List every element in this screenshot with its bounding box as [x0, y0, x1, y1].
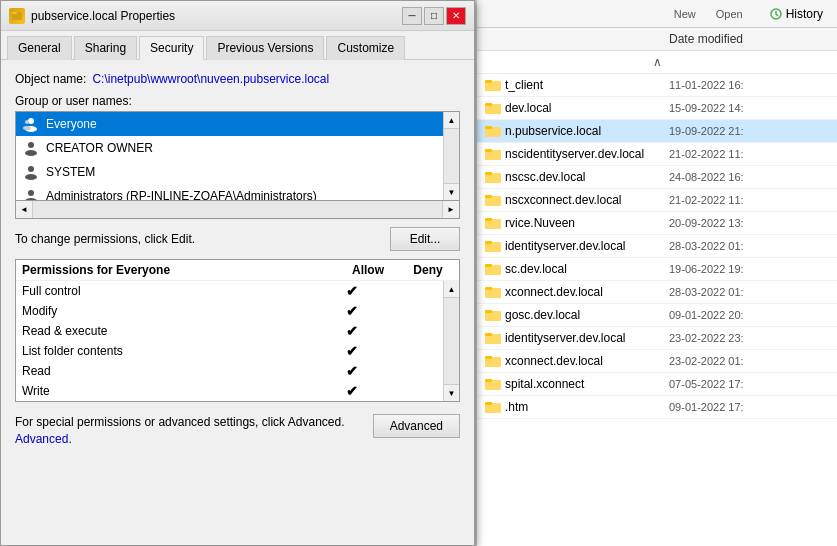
tab-customize[interactable]: Customize — [326, 36, 405, 60]
perm-name-read-execute: Read & execute — [22, 324, 317, 338]
advanced-section: For special permissions or advanced sett… — [15, 414, 460, 448]
advanced-button[interactable]: Advanced — [373, 414, 460, 438]
advanced-link[interactable]: Advanced — [15, 432, 68, 446]
folder-icon-3 — [485, 146, 501, 162]
horizontal-scrollbar[interactable]: ◄ ► — [15, 201, 460, 219]
permissions-section: Permissions for Everyone Allow Deny Full… — [15, 259, 460, 402]
perm-full-control: Full control ✔ — [16, 281, 443, 301]
folder-icon-13 — [485, 376, 501, 392]
user-item-everyone[interactable]: Everyone — [16, 112, 443, 136]
perm-name-write: Write — [22, 384, 317, 398]
folder-icon-14 — [485, 399, 501, 415]
minimize-button[interactable]: ─ — [402, 7, 422, 25]
svg-point-10 — [28, 190, 34, 196]
user-item-system[interactable]: SYSTEM — [16, 160, 443, 184]
file-name-7: identityserver.dev.local — [505, 239, 669, 253]
perm-name-list-folder: List folder contents — [22, 344, 317, 358]
file-row-11[interactable]: identityserver.dev.local 23-02-2022 23: — [477, 327, 837, 350]
file-row-8[interactable]: sc.dev.local 19-06-2022 19: — [477, 258, 837, 281]
svg-point-9 — [25, 174, 37, 180]
user-name-system: SYSTEM — [46, 165, 95, 179]
properties-dialog: pubservice.local Properties ─ □ ✕ Genera… — [0, 0, 475, 546]
edit-row: To change permissions, click Edit. Edit.… — [15, 227, 460, 251]
navigate-up-button[interactable]: ∧ — [477, 51, 837, 74]
file-date-1: 15-09-2022 14: — [669, 102, 829, 114]
perm-rows: Full control ✔ Modify ✔ Read & execute ✔ — [16, 281, 443, 401]
perm-allow-modify: ✔ — [317, 303, 387, 319]
folder-icon-4 — [485, 169, 501, 185]
window-title: pubservice.local Properties — [31, 9, 175, 23]
svg-rect-34 — [485, 310, 492, 313]
perm-scroll-track[interactable] — [444, 297, 459, 385]
file-date-7: 28-03-2022 01: — [669, 240, 829, 252]
security-tab-content: Object name: C:\inetpub\wwwroot\nuveen.p… — [1, 60, 474, 545]
perm-scroll-down[interactable]: ▼ — [444, 385, 460, 401]
user-item-creator[interactable]: CREATOR OWNER — [16, 136, 443, 160]
file-name-3: nscidentityserver.dev.local — [505, 147, 669, 161]
file-name-12: xconnect.dev.local — [505, 354, 669, 368]
edit-button[interactable]: Edit... — [390, 227, 460, 251]
advanced-note: For special permissions or advanced sett… — [15, 414, 373, 448]
file-row-14[interactable]: .htm 09-01-2022 17: — [477, 396, 837, 419]
perm-scrollbar[interactable]: ▲ ▼ — [443, 281, 459, 401]
user-icon-admins — [22, 187, 40, 200]
title-controls: ─ □ ✕ — [402, 7, 466, 25]
file-date-4: 24-08-2022 16: — [669, 171, 829, 183]
perm-name-full-control: Full control — [22, 284, 317, 298]
file-name-6: rvice.Nuveen — [505, 216, 669, 230]
user-item-admins[interactable]: Administrators (RP-INLINE-ZOAFA\Administ… — [16, 184, 443, 200]
toolbar-new-label: New — [674, 8, 696, 20]
perm-modify: Modify ✔ — [16, 301, 443, 321]
file-row-5[interactable]: nscxconnect.dev.local 21-02-2022 11: — [477, 189, 837, 212]
svg-rect-36 — [485, 333, 492, 336]
file-row-3[interactable]: nscidentityserver.dev.local 21-02-2022 1… — [477, 143, 837, 166]
explorer-panel: New Open History Date modified ∧ t_clien… — [475, 0, 837, 546]
perm-allow-read-execute: ✔ — [317, 323, 387, 339]
svg-point-5 — [23, 126, 31, 130]
file-row-12[interactable]: xconnect.dev.local 23-02-2022 01: — [477, 350, 837, 373]
file-row-10[interactable]: gosc.dev.local 09-01-2022 20: — [477, 304, 837, 327]
file-row-2[interactable]: n.pubservice.local 19-09-2022 21: — [477, 120, 837, 143]
close-button[interactable]: ✕ — [446, 7, 466, 25]
scroll-left-arrow[interactable]: ◄ — [16, 201, 32, 219]
svg-rect-22 — [485, 172, 492, 175]
svg-rect-24 — [485, 195, 492, 198]
title-bar-left: pubservice.local Properties — [9, 8, 175, 24]
file-name-1: dev.local — [505, 101, 669, 115]
file-name-9: xconnect.dev.local — [505, 285, 669, 299]
perm-scroll-up[interactable]: ▲ — [444, 281, 460, 297]
file-name-11: identityserver.dev.local — [505, 331, 669, 345]
explorer-header: Date modified — [477, 28, 837, 51]
file-row-7[interactable]: identityserver.dev.local 28-03-2022 01: — [477, 235, 837, 258]
svg-point-4 — [25, 120, 29, 124]
history-button[interactable]: History — [763, 5, 829, 23]
tab-security[interactable]: Security — [139, 36, 204, 60]
maximize-button[interactable]: □ — [424, 7, 444, 25]
scroll-right-arrow[interactable]: ► — [443, 201, 459, 219]
scroll-down-arrow[interactable]: ▼ — [444, 184, 460, 200]
tab-sharing[interactable]: Sharing — [74, 36, 137, 60]
tab-general[interactable]: General — [7, 36, 72, 60]
scroll-up-arrow[interactable]: ▲ — [444, 112, 460, 128]
user-list-scrollbar[interactable]: ▲ ▼ — [443, 112, 459, 200]
file-row-4[interactable]: nscsc.dev.local 24-08-2022 16: — [477, 166, 837, 189]
perm-name-modify: Modify — [22, 304, 317, 318]
file-row-9[interactable]: xconnect.dev.local 28-03-2022 01: — [477, 281, 837, 304]
perm-read: Read ✔ — [16, 361, 443, 381]
h-scroll-track[interactable] — [32, 201, 443, 218]
file-name-14: .htm — [505, 400, 669, 414]
file-name-4: nscsc.dev.local — [505, 170, 669, 184]
folder-icon-0 — [485, 77, 501, 93]
file-row-0[interactable]: t_client 11-01-2022 16: — [477, 74, 837, 97]
file-name-8: sc.dev.local — [505, 262, 669, 276]
tab-previous-versions[interactable]: Previous Versions — [206, 36, 324, 60]
toolbar-open-label: Open — [716, 8, 743, 20]
file-row-1[interactable]: dev.local 15-09-2022 14: — [477, 97, 837, 120]
permissions-note: To change permissions, click Edit. — [15, 232, 195, 246]
file-row-13[interactable]: spital.xconnect 07-05-2022 17: — [477, 373, 837, 396]
file-date-5: 21-02-2022 11: — [669, 194, 829, 206]
scroll-track[interactable] — [444, 128, 459, 184]
folder-icon-5 — [485, 192, 501, 208]
file-row-6[interactable]: rvice.Nuveen 20-09-2022 13: — [477, 212, 837, 235]
allow-header: Allow — [333, 263, 403, 277]
